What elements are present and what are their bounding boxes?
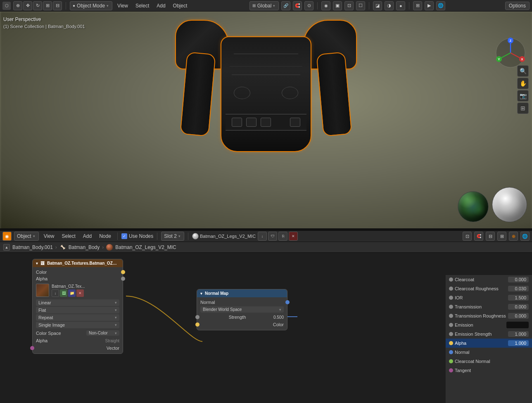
- viewport-shading-mat[interactable]: ◑: [385, 1, 394, 10]
- node-world-icon[interactable]: 🌐: [520, 232, 530, 241]
- object-mode-dropdown[interactable]: ● Object Mode: [70, 1, 112, 10]
- mode-icon-2[interactable]: ✥: [23, 1, 32, 10]
- texture-image-node[interactable]: ▾ 🖼 Batman_OZ.Textures.Batman_OZ_Legs...…: [32, 259, 123, 354]
- prop-alpha-label: Alpha: [455, 341, 508, 346]
- normalmap-strength-socket[interactable]: [195, 315, 200, 319]
- select-menu-top[interactable]: Select: [133, 2, 152, 9]
- tex-folder-btn[interactable]: 📁: [68, 289, 76, 297]
- slot-dropdown[interactable]: Slot 2: [161, 232, 184, 241]
- projection-dropdown[interactable]: Flat: [36, 307, 119, 313]
- prop-emission-strength-value[interactable]: 1.000: [508, 331, 529, 337]
- link-icon[interactable]: 🔗: [281, 1, 290, 10]
- tex-browse-btn[interactable]: ↓: [52, 289, 59, 297]
- mat-browse-icon[interactable]: ↓: [258, 232, 267, 241]
- object-menu[interactable]: Object: [171, 2, 190, 9]
- viewport-3d[interactable]: User Perspective (1) Scene Collection | …: [0, 12, 532, 230]
- options-label[interactable]: Options: [505, 2, 530, 10]
- frame-icon[interactable]: ⊞: [413, 1, 422, 10]
- viewport-hand-btn[interactable]: ✋: [517, 78, 529, 89]
- prop-clearcoat-value[interactable]: 0.000: [508, 277, 529, 282]
- viewport-right-tools: 🔍 ✋ 📷 ⊞: [517, 65, 529, 114]
- viewport-shading-solid[interactable]: ◪: [373, 1, 382, 10]
- mode-icon-3[interactable]: ↻: [33, 1, 42, 10]
- texture-thumbnail[interactable]: [36, 284, 49, 297]
- viewport-perspective-label: User Perspective (1) Scene Collection | …: [3, 16, 85, 30]
- preview-ball-env[interactable]: [458, 191, 489, 222]
- preview-ball-material[interactable]: [492, 187, 527, 222]
- mode-icon-5[interactable]: ⊟: [53, 1, 62, 10]
- breadcrumb-item3[interactable]: Batman_OZ_Legs_V2_MIC: [115, 244, 176, 250]
- normalmap-output-normal-row: Normal: [197, 299, 287, 306]
- shading-icon[interactable]: ▣: [333, 1, 342, 10]
- viewport-shading-render[interactable]: ●: [396, 1, 405, 10]
- node-node-menu[interactable]: Node: [97, 232, 114, 240]
- prop-clearcoat-label: Clearcoat: [455, 277, 508, 282]
- normalmap-space-dropdown[interactable]: Blender World Space: [200, 306, 284, 313]
- texture-output-color-socket[interactable]: [121, 270, 125, 274]
- texture-node-collapse-icon[interactable]: ▾: [36, 261, 38, 266]
- node-view-all-icon[interactable]: ⊞: [497, 232, 506, 241]
- view-menu[interactable]: View: [115, 2, 131, 9]
- anim-icon[interactable]: ▶: [425, 1, 434, 10]
- tex-close-btn[interactable]: ✕: [76, 289, 84, 297]
- breadcrumb-item2[interactable]: Batman_Body: [69, 244, 100, 250]
- tex-img-btn[interactable]: 🖼: [60, 289, 67, 297]
- viewport-gizmo[interactable]: Z X Y: [494, 36, 527, 69]
- normalmap-output-normal-socket[interactable]: [285, 300, 290, 304]
- prop-alpha-value[interactable]: 1.000: [508, 340, 529, 346]
- node-snap-icon[interactable]: 🧲: [474, 232, 483, 241]
- texture-output-alpha-socket[interactable]: [121, 277, 125, 281]
- node-add-menu[interactable]: Add: [81, 232, 94, 240]
- interpolation-row: Linear: [36, 299, 119, 306]
- source-dropdown[interactable]: Single Image: [36, 322, 119, 328]
- normalmap-node[interactable]: ▾ Normal Map Normal Blender World Space: [197, 289, 287, 330]
- texture-input-vector-socket[interactable]: [30, 346, 34, 350]
- node-overlay-icon[interactable]: ⊡: [463, 232, 472, 241]
- node-zoom-icon[interactable]: ⊟: [486, 232, 495, 241]
- mode-icon-4[interactable]: ⊞: [43, 1, 52, 10]
- snap-icon[interactable]: 🧲: [293, 1, 302, 10]
- prop-clearcoat-roughness-value[interactable]: 0.030: [508, 286, 529, 292]
- viewport-camera-btn[interactable]: 📷: [517, 90, 529, 102]
- global-dropdown[interactable]: ⊞ Global: [249, 1, 279, 10]
- node-canvas[interactable]: ▾ 🖼 Batman_OZ.Textures.Batman_OZ_Legs...…: [0, 253, 532, 403]
- proportional-icon[interactable]: ⊙: [304, 1, 314, 10]
- prop-emission-socket: [449, 323, 453, 327]
- mat-shield-icon[interactable]: 🛡: [268, 232, 277, 241]
- use-nodes-checkbox[interactable]: ✓: [121, 233, 127, 239]
- mat-icon-bc: [106, 244, 113, 251]
- prop-transmission-roughness-socket: [449, 314, 453, 318]
- alpha-label: Alpha: [36, 338, 48, 343]
- viewport-grid-btn[interactable]: ⊞: [517, 102, 529, 114]
- node-object-dropdown[interactable]: Object: [14, 232, 39, 241]
- texture-output-alpha-row: Alpha: [33, 275, 123, 282]
- prop-transmission-value[interactable]: 0.000: [508, 304, 529, 310]
- mat-copy-icon[interactable]: ⎘: [278, 232, 287, 241]
- interpolation-dropdown[interactable]: Linear: [36, 299, 119, 306]
- vector-input-row: Vector: [33, 344, 123, 352]
- prop-ior-value[interactable]: 1.500: [508, 295, 529, 301]
- mat-close-icon[interactable]: ✕: [289, 232, 298, 241]
- overlay-icon[interactable]: ⊡: [344, 1, 354, 10]
- normalmap-collapse-icon[interactable]: ▾: [200, 292, 202, 296]
- node-view-menu[interactable]: View: [41, 232, 57, 240]
- viewport-zoom-btn[interactable]: 🔍: [517, 65, 529, 77]
- world-icon[interactable]: 🌐: [436, 1, 445, 10]
- node-editor-type-icon[interactable]: ◉: [2, 232, 12, 241]
- add-menu-top[interactable]: Add: [154, 2, 168, 9]
- breadcrumb-bar: ▲ Batman_Body.001 › 🦴 Batman_Body › Batm…: [0, 242, 532, 253]
- normalmap-output-normal-label: Normal: [200, 300, 215, 305]
- prop-transmission-roughness-value[interactable]: 0.000: [508, 313, 529, 319]
- prop-clearcoat-roughness-row: Clearcoat Roughness 0.030: [446, 284, 532, 293]
- mode-icon-1[interactable]: ⊕: [13, 1, 22, 10]
- blender-logo[interactable]: ⬡: [2, 2, 11, 10]
- render-engine-icon[interactable]: ◉: [321, 1, 330, 10]
- normalmap-color-socket[interactable]: [195, 322, 200, 327]
- breadcrumb-item1[interactable]: Batman_Body.001: [12, 244, 53, 250]
- node-pin-icon[interactable]: ⊕: [509, 232, 518, 241]
- extension-dropdown[interactable]: Repeat: [36, 314, 119, 321]
- prop-emission-color[interactable]: [506, 322, 529, 328]
- node-select-menu[interactable]: Select: [59, 232, 78, 240]
- color-space-dropdown[interactable]: Non-Color: [86, 330, 119, 336]
- xray-icon[interactable]: ☐: [356, 1, 365, 10]
